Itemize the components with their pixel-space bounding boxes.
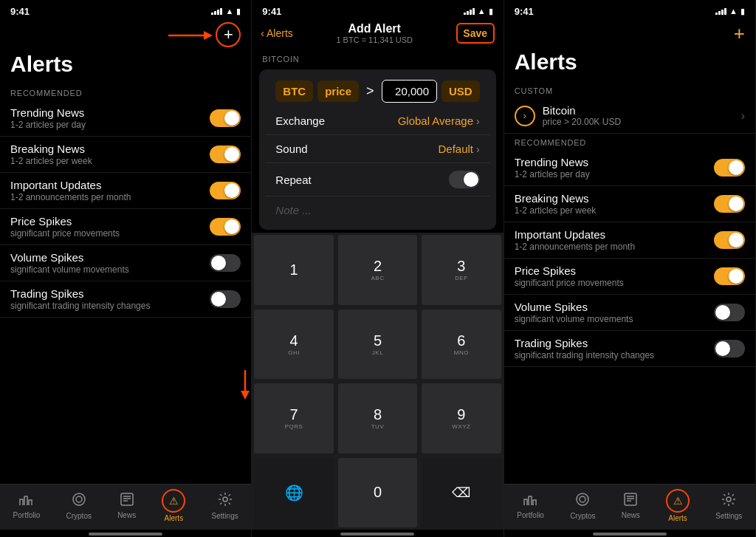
toggle-important-updates[interactable] — [210, 182, 241, 199]
portfolio-icon — [19, 493, 34, 510]
alert-name: Important Updates — [10, 179, 210, 191]
add-button-3[interactable]: + — [734, 22, 745, 45]
globe-icon: 🌐 — [285, 484, 303, 502]
back-button[interactable]: ‹ Alerts — [261, 27, 292, 39]
alert-sub: 1-2 articles per day — [515, 169, 714, 179]
key-2[interactable]: 2 ABC — [337, 234, 418, 306]
tab-bar-1: Portfolio Cryptos News ⚠ Alerts Settings — [0, 484, 251, 530]
tab-label: Settings — [212, 512, 238, 520]
toggle-volume-spikes[interactable] — [210, 254, 241, 272]
save-button[interactable]: Save — [456, 23, 495, 44]
time-1: 9:41 — [10, 6, 30, 17]
time-3: 9:41 — [515, 6, 534, 17]
tab-cryptos-1[interactable]: Cryptos — [66, 492, 91, 520]
key-4[interactable]: 4 GHI — [253, 309, 334, 380]
key-globe[interactable]: 🌐 — [253, 457, 334, 529]
cryptos-icon — [72, 492, 86, 510]
cryptos-icon-3 — [575, 492, 590, 510]
operator: > — [363, 83, 377, 99]
tab-label: Cryptos — [66, 512, 91, 520]
bitcoin-icon: › — [515, 106, 535, 126]
toggle-breaking-news[interactable] — [210, 146, 241, 163]
toggle-trading-spikes[interactable] — [210, 290, 241, 308]
tab-label: Cryptos — [570, 512, 595, 520]
coin-label: BITCOIN — [252, 49, 503, 66]
list-item: Important Updates 1-2 announcements per … — [504, 222, 755, 259]
tab-portfolio-3[interactable]: Portfolio — [517, 493, 544, 519]
tab-alerts-3[interactable]: ⚠ Alerts — [666, 489, 690, 522]
status-bar-3: 9:41 ▲ ▮ — [504, 0, 755, 19]
page-title-1: Alerts — [0, 52, 251, 84]
key-delete[interactable]: ⌫ — [421, 457, 501, 529]
toggle-price-spikes[interactable] — [210, 218, 241, 236]
repeat-row: Repeat — [265, 163, 489, 196]
tab-label: Portfolio — [517, 511, 544, 519]
custom-name: Bitcoin — [543, 104, 621, 117]
alerts-icon: ⚠ — [169, 495, 179, 507]
toggle-trending-3[interactable] — [714, 159, 745, 177]
custom-alert-item[interactable]: › Bitcoin price > 20.00K USD › — [504, 98, 755, 134]
alert-sub: significant volume movements — [515, 314, 714, 324]
tab-label: Settings — [715, 512, 742, 520]
currency-chip[interactable]: USD — [441, 81, 480, 102]
section-recommended-1: RECOMMENDED — [0, 84, 251, 100]
toggle-price-3[interactable] — [714, 267, 745, 285]
key-0[interactable]: 0 — [337, 457, 418, 529]
toggle-breaking-3[interactable] — [714, 195, 745, 213]
svg-point-5 — [76, 496, 82, 502]
svg-rect-6 — [121, 493, 133, 505]
tab-settings-1[interactable]: Settings — [212, 492, 238, 520]
alert-name: Volume Spikes — [515, 301, 714, 313]
toggle-trending-news[interactable] — [210, 109, 241, 127]
key-8[interactable]: 8 TUV — [337, 383, 418, 454]
tab-cryptos-3[interactable]: Cryptos — [570, 492, 595, 520]
tab-news-1[interactable]: News — [117, 493, 136, 519]
metric-chip[interactable]: price — [317, 81, 359, 102]
token-chip[interactable]: BTC — [275, 81, 313, 102]
key-3[interactable]: 3 DEF — [421, 234, 501, 306]
key-1[interactable]: 1 — [253, 234, 334, 306]
home-indicator-3 — [593, 533, 667, 536]
alert-name: Trending News — [10, 106, 210, 119]
custom-sub: price > 20.00K USD — [543, 117, 621, 127]
nav-header-3: + — [504, 19, 755, 49]
alerts-circle: ⚠ — [162, 489, 185, 513]
toggle-trading-3[interactable] — [714, 340, 745, 358]
repeat-toggle[interactable] — [449, 171, 480, 188]
time-2: 9:41 — [262, 6, 281, 17]
key-9[interactable]: 9 WXYZ — [421, 383, 501, 454]
tab-alerts-1[interactable]: ⚠ Alerts — [162, 489, 185, 522]
key-5[interactable]: 5 JKL — [337, 309, 418, 380]
tab-label: News — [117, 511, 136, 519]
list-item: Important Updates 1-2 announcements per … — [0, 173, 251, 209]
keyboard-row-3: 7 PQRS 8 TUV 9 WXYZ — [252, 381, 503, 456]
sound-row[interactable]: Sound Default › — [265, 135, 489, 163]
list-item: Trending News 1-2 articles per day — [0, 100, 251, 137]
section-custom: CUSTOM — [504, 82, 755, 98]
wifi-icon-3: ▲ — [729, 7, 738, 16]
battery-icon-2: ▮ — [489, 7, 493, 16]
tab-news-3[interactable]: News — [622, 493, 640, 519]
alert-name: Trending News — [515, 156, 714, 168]
list-item: Trading Spikes significant trading inten… — [504, 331, 755, 367]
toggle-updates-3[interactable] — [714, 231, 745, 249]
tab-label: Alerts — [668, 514, 687, 522]
wifi-icon-2: ▲ — [478, 7, 486, 16]
exchange-value: Global Average › — [398, 114, 480, 127]
page-title-3: Alerts — [504, 49, 755, 82]
tab-label: Portfolio — [13, 511, 41, 519]
tab-portfolio-1[interactable]: Portfolio — [13, 493, 41, 519]
repeat-label: Repeat — [275, 174, 311, 186]
value-field[interactable]: 20,000 — [382, 80, 437, 103]
note-field[interactable]: Note ... — [265, 196, 489, 224]
key-7[interactable]: 7 PQRS — [253, 383, 334, 454]
tab-settings-3[interactable]: Settings — [715, 492, 742, 520]
exchange-row[interactable]: Exchange Global Average › — [265, 107, 489, 135]
key-6[interactable]: 6 MNO — [421, 309, 501, 380]
alert-sub: 1-2 announcements per month — [10, 192, 210, 202]
chevron-right-icon: › — [476, 115, 480, 127]
keyboard-row-4: 🌐 0 ⌫ — [252, 456, 503, 530]
toggle-volume-3[interactable] — [714, 304, 745, 321]
add-alert-button[interactable]: + — [216, 22, 241, 47]
tab-label: News — [622, 511, 640, 519]
